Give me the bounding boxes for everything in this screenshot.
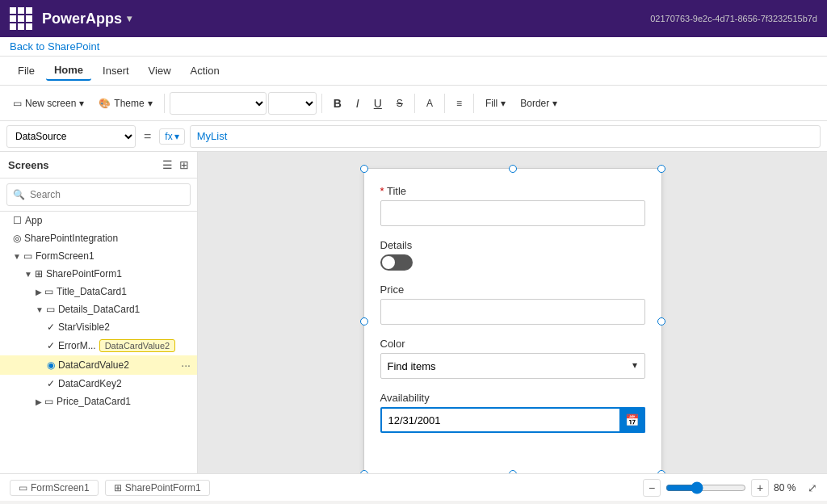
fit-to-screen-icon[interactable]: ⤢ [808, 481, 817, 494]
handle-bot-mid[interactable] [509, 470, 517, 473]
form-label-availability: Availability [380, 392, 645, 404]
availability-date-input[interactable] [380, 407, 645, 433]
menu-insert[interactable]: Insert [94, 61, 137, 80]
sidebar-search-area: 🔍 [0, 178, 197, 212]
text-color-button[interactable]: A [420, 94, 439, 112]
handle-top-right[interactable] [657, 165, 665, 173]
fill-button[interactable]: Fill ▾ [479, 94, 512, 112]
details-toggle[interactable] [380, 254, 413, 271]
card-icon-details: ▭ [46, 304, 55, 315]
form-field-price: Price [380, 284, 645, 325]
form-input-title[interactable] [380, 200, 645, 226]
color-select[interactable]: Find items [380, 353, 645, 379]
tooltip-badge-error: DataCardValue2 [99, 339, 176, 352]
screen-node-icon: ▭ [23, 250, 32, 262]
color-select-wrapper: Find items ▾ [380, 353, 645, 379]
menu-bar: File Home Insert View Action [0, 57, 827, 86]
theme-chevron-icon: ▾ [148, 98, 153, 109]
underline-button[interactable]: U [367, 94, 388, 113]
zoom-controls: − + 80 % ⤢ [643, 479, 817, 497]
waffle-icon[interactable] [10, 7, 32, 30]
italic-button[interactable]: I [350, 94, 366, 113]
zoom-percent: 80 % [774, 482, 803, 494]
menu-view[interactable]: View [141, 61, 179, 80]
calendar-icon[interactable]: 📅 [619, 407, 645, 433]
formscreen1-expand-icon: ▼ [13, 252, 21, 261]
tree-item-sharepointintegration[interactable]: ◎ SharePointIntegration [0, 229, 197, 247]
align-button[interactable]: ≡ [450, 94, 468, 112]
menu-home[interactable]: Home [46, 61, 91, 81]
grid-view-icon[interactable]: ⊞ [179, 158, 189, 171]
handle-top-mid[interactable] [509, 165, 517, 173]
details-datacard1-expand-icon: ▼ [36, 305, 44, 314]
required-marker-title: * [380, 185, 384, 197]
border-chevron-icon: ▾ [552, 98, 557, 109]
zoom-in-button[interactable]: + [751, 479, 769, 497]
app-name: PowerApps ▾ [42, 10, 132, 27]
sidebar-header: Screens ☰ ⊞ [0, 152, 197, 178]
bold-button[interactable]: B [327, 94, 348, 113]
tree-item-datacardkey2[interactable]: ✓ DataCardKey2 [0, 375, 197, 393]
sidebar-title: Screens [8, 159, 49, 171]
handle-top-left[interactable] [360, 165, 368, 173]
form-field-availability: Availability 📅 [380, 392, 645, 433]
zoom-out-button[interactable]: − [643, 479, 661, 497]
menu-file[interactable]: File [10, 61, 43, 80]
sharepointform1-expand-icon: ▼ [24, 270, 32, 279]
formula-property-dropdown[interactable]: DataSource [6, 125, 136, 148]
card-icon-title: ▭ [44, 286, 53, 297]
sidebar-header-icons: ☰ ⊞ [162, 158, 189, 171]
search-input[interactable] [6, 183, 191, 206]
toolbar-divider-5 [473, 94, 474, 113]
menu-action[interactable]: Action [183, 61, 228, 80]
tree-item-app[interactable]: ☐ App [0, 212, 197, 229]
strikethrough-button[interactable]: S [390, 94, 409, 112]
font-size-dropdown[interactable] [268, 92, 317, 115]
back-bar: Back to SharePoint [0, 37, 827, 57]
form-canvas: * Title Details Price Color [363, 168, 662, 473]
control-icon-starvisible: ✓ [47, 321, 55, 333]
border-button[interactable]: Border ▾ [514, 94, 564, 112]
form-input-price[interactable] [380, 299, 645, 325]
status-bar: ▭ FormScreen1 ⊞ SharePointForm1 − + 80 %… [0, 473, 827, 501]
fill-chevron-icon: ▾ [501, 98, 506, 109]
toolbar-divider-2 [321, 94, 322, 113]
tree-item-datacardvalue2[interactable]: ◉ DataCardValue2 ··· [0, 355, 197, 375]
tree-item-formscreen1[interactable]: ▼ ▭ FormScreen1 [0, 247, 197, 265]
control-icon-datacardkey: ✓ [47, 378, 55, 389]
fx-chevron-icon: ▾ [174, 131, 179, 142]
formula-fx-button[interactable]: fx ▾ [159, 128, 184, 145]
handle-mid-left[interactable] [360, 317, 368, 326]
form-label-price: Price [380, 284, 645, 296]
tree-item-details-datacard1[interactable]: ▼ ▭ Details_DataCard1 [0, 300, 197, 318]
tree-item-title-datacard1[interactable]: ▶ ▭ Title_DataCard1 [0, 283, 197, 300]
tree-item-sharepointform1[interactable]: ▼ ⊞ SharePointForm1 [0, 265, 197, 283]
toolbar-divider-1 [164, 94, 165, 113]
sidebar: Screens ☰ ⊞ 🔍 ☐ App ◎ SharePointIntegrat… [0, 152, 198, 473]
control-icon-datacardvalue: ◉ [47, 359, 55, 371]
tree-item-price-datacard1[interactable]: ▶ ▭ Price_DataCard1 [0, 393, 197, 410]
tree-item-errormessage2[interactable]: ✓ ErrorM... DataCardValue2 [0, 336, 197, 355]
title-datacard1-expand-icon: ▶ [36, 288, 42, 296]
handle-bot-right[interactable] [657, 470, 665, 473]
formula-input[interactable] [190, 125, 821, 148]
tree-area: ☐ App ◎ SharePointIntegration ▼ ▭ FormSc… [0, 212, 197, 473]
toolbar: ▭ New screen ▾ 🎨 Theme ▾ B I U S A ≡ Fil… [0, 86, 827, 121]
tree-item-starvisible2[interactable]: ✓ StarVisible2 [0, 318, 197, 336]
handle-bot-left[interactable] [360, 470, 368, 473]
theme-button[interactable]: 🎨 Theme ▾ [92, 94, 158, 112]
app-icon: ☐ [13, 215, 22, 226]
font-dropdown[interactable] [170, 92, 267, 115]
status-tab-formscreen1[interactable]: ▭ FormScreen1 [10, 480, 99, 496]
back-to-sharepoint-link[interactable]: Back to SharePoint [10, 40, 99, 52]
list-view-icon[interactable]: ☰ [162, 158, 173, 171]
title-bar: PowerApps ▾ 02170763-9e2c-4d71-8656-7f32… [0, 0, 827, 37]
zoom-slider[interactable] [665, 481, 746, 494]
new-screen-button[interactable]: ▭ New screen ▾ [6, 94, 90, 112]
handle-mid-right[interactable] [657, 317, 665, 326]
three-dot-menu-icon[interactable]: ··· [181, 359, 191, 372]
formula-equals: = [141, 129, 154, 144]
new-screen-chevron-icon: ▾ [79, 98, 84, 109]
status-tab-sharepointform1[interactable]: ⊞ SharePointForm1 [105, 480, 210, 496]
app-dropdown-icon[interactable]: ▾ [127, 13, 132, 24]
